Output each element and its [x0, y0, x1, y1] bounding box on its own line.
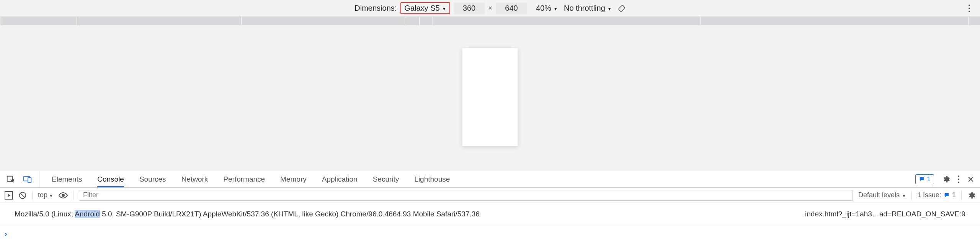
console-toolbar: top ▼ Default levels ▼ 1 Issue: 1	[0, 188, 980, 203]
chevron-down-icon: ▼	[608, 6, 612, 11]
times-symbol: ×	[488, 4, 493, 12]
device-frame[interactable]	[462, 48, 518, 146]
tab-application[interactable]: Application	[322, 171, 358, 187]
inspect-icon[interactable]	[6, 175, 15, 184]
levels-select[interactable]: Default levels ▼	[858, 191, 906, 199]
tab-elements[interactable]: Elements	[52, 171, 82, 187]
devtools-tabs: ElementsConsoleSourcesNetworkPerformance…	[0, 171, 980, 188]
issue-summary[interactable]: 1 Issue: 1	[917, 191, 956, 199]
issues-badge[interactable]: 1	[915, 174, 934, 184]
issues-count: 1	[927, 175, 931, 183]
context-select[interactable]: top ▼	[38, 191, 53, 199]
ruler-segment[interactable]	[419, 17, 433, 25]
tab-security[interactable]: Security	[373, 171, 399, 187]
chevron-down-icon: ▼	[554, 6, 558, 11]
devtools-more-menu[interactable]	[958, 175, 959, 183]
separator	[911, 191, 912, 200]
throttle-select[interactable]: No throttling ▼	[564, 4, 612, 13]
ruler-segment[interactable]	[241, 17, 406, 25]
issue-count: 1	[952, 191, 956, 199]
close-icon[interactable]	[967, 175, 975, 183]
issue-label: 1 Issue:	[917, 191, 941, 199]
ruler-segment[interactable]	[969, 17, 980, 25]
svg-point-5	[62, 194, 64, 197]
ruler[interactable]	[0, 17, 980, 25]
tab-lighthouse[interactable]: Lighthouse	[414, 171, 450, 187]
console-message-row: Mozilla/5.0 (Linux; Android 5.0; SM-G900…	[0, 203, 980, 225]
separator	[73, 191, 74, 200]
toggle-device-icon[interactable]	[23, 175, 32, 184]
tab-console[interactable]: Console	[97, 171, 124, 187]
console-sidebar-toggle-icon[interactable]	[5, 191, 13, 200]
separator	[32, 191, 33, 200]
devtools-trailing: 1	[915, 174, 980, 184]
separator	[961, 191, 962, 200]
tab-sources[interactable]: Sources	[139, 171, 166, 187]
console-message-text: Mozilla/5.0 (Linux; Android 5.0; SM-G900…	[15, 210, 480, 218]
live-expression-icon[interactable]	[59, 192, 68, 199]
zoom-value: 40%	[536, 4, 551, 13]
devtools-leading-icons	[0, 171, 39, 187]
throttle-value: No throttling	[564, 4, 605, 13]
tab-performance[interactable]: Performance	[223, 171, 265, 187]
ruler-segment[interactable]	[701, 17, 969, 25]
viewport-area	[0, 25, 980, 171]
tab-network[interactable]: Network	[181, 171, 208, 187]
context-value: top	[38, 191, 47, 199]
ruler-segment[interactable]	[406, 17, 419, 25]
filter-input[interactable]	[79, 190, 853, 201]
more-menu[interactable]	[965, 3, 973, 14]
zoom-select[interactable]: 40% ▼	[536, 4, 558, 13]
tabs-row: ElementsConsoleSourcesNetworkPerformance…	[39, 171, 450, 187]
chevron-down-icon: ▼	[902, 193, 906, 198]
ruler-segment[interactable]	[77, 17, 241, 25]
console-source-link[interactable]: index.html?_ijt=1ah3…ad=RELOAD_ON_SAVE:9	[805, 210, 965, 218]
rotate-icon[interactable]	[618, 5, 626, 12]
console-prompt[interactable]: ›	[0, 225, 980, 242]
device-select[interactable]: Galaxy S5 ▼	[400, 2, 450, 14]
ruler-segment[interactable]	[0, 17, 77, 25]
prompt-chevron-icon: ›	[5, 229, 7, 238]
dimensions-label: Dimensions:	[354, 4, 397, 13]
device-select-value: Galaxy S5	[404, 4, 439, 13]
svg-rect-0	[618, 5, 625, 12]
settings-icon[interactable]	[942, 175, 950, 184]
chevron-down-icon: ▼	[49, 193, 53, 198]
issue-icon	[919, 176, 925, 182]
tab-memory[interactable]: Memory	[280, 171, 307, 187]
issue-icon	[944, 192, 950, 198]
console-settings-icon[interactable]	[967, 191, 975, 200]
chevron-down-icon: ▼	[442, 6, 446, 11]
width-input[interactable]	[454, 3, 485, 14]
device-toolbar: Dimensions: Galaxy S5 ▼ × 40% ▼ No throt…	[0, 0, 980, 17]
height-input[interactable]	[496, 3, 527, 14]
levels-value: Default levels	[858, 191, 900, 199]
clear-console-icon[interactable]	[18, 191, 27, 200]
ruler-segment[interactable]	[433, 17, 701, 25]
svg-rect-3	[28, 178, 31, 183]
device-toolbar-center: Dimensions: Galaxy S5 ▼ × 40% ▼ No throt…	[354, 2, 625, 14]
